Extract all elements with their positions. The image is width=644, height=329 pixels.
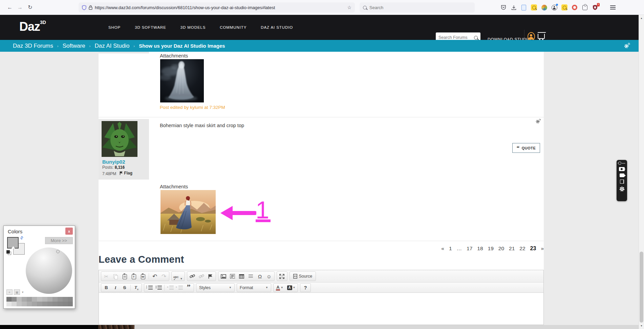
- special-character-button[interactable]: Ω: [256, 272, 264, 280]
- palette-swatch[interactable]: [42, 297, 47, 302]
- ublock-shield-extension-icon[interactable]: 7: [592, 4, 598, 10]
- palette-swatch[interactable]: [22, 302, 27, 306]
- bold-button[interactable]: B: [102, 284, 111, 292]
- camera-icon[interactable]: [619, 167, 625, 171]
- page-next[interactable]: »: [541, 245, 544, 252]
- increase-indent-button[interactable]: [175, 284, 184, 292]
- anchor-button[interactable]: [206, 272, 215, 280]
- forum-search-input[interactable]: [438, 35, 474, 40]
- search-highlight-extension-icon[interactable]: [531, 4, 537, 10]
- palette-swatch[interactable]: [27, 297, 32, 302]
- scroll-up-arrow[interactable]: ▲: [639, 16, 644, 21]
- breadcrumb-software[interactable]: Software: [63, 43, 85, 49]
- unlink-button[interactable]: [197, 272, 206, 280]
- nav-shop[interactable]: SHOP: [108, 25, 121, 29]
- palette-swatch[interactable]: [52, 297, 58, 302]
- styles-dropdown[interactable]: Styles▼: [197, 284, 234, 292]
- palette-swatch[interactable]: [6, 297, 12, 302]
- maximize-button[interactable]: [278, 272, 286, 280]
- account-extension-icon[interactable]: [551, 4, 557, 10]
- adblock-ring-extension-icon[interactable]: [572, 4, 578, 10]
- paste-button[interactable]: [120, 272, 129, 280]
- bookmark-star-icon[interactable]: ☆: [347, 5, 351, 10]
- page-20[interactable]: 20: [498, 245, 504, 252]
- nav-3d-models[interactable]: 3D MODELS: [180, 25, 206, 29]
- paste-from-word-button[interactable]: W: [138, 272, 147, 280]
- palette-swatch[interactable]: [27, 302, 32, 306]
- source-button[interactable]: Source: [291, 272, 315, 280]
- attachment-thumbnail-field[interactable]: [160, 190, 216, 234]
- italic-button[interactable]: I: [111, 284, 120, 292]
- quote-button[interactable]: “QUOTE: [512, 143, 540, 153]
- numbered-list-button[interactable]: [145, 284, 154, 292]
- emoticon-button[interactable]: ☺: [265, 272, 274, 280]
- palette-swatch[interactable]: [22, 297, 27, 302]
- redo-button[interactable]: ↷: [159, 272, 168, 280]
- background-color-button[interactable]: A▼: [285, 284, 297, 292]
- more-button[interactable]: More >>: [45, 237, 73, 244]
- swap-colors-icon[interactable]: ⇄: [19, 235, 25, 240]
- author-username[interactable]: Bunyip02: [102, 159, 125, 165]
- palette-swatch[interactable]: [47, 297, 52, 302]
- pocket-icon[interactable]: [500, 4, 507, 10]
- copy-pages-icon[interactable]: [620, 180, 624, 184]
- decrease-indent-button[interactable]: [166, 284, 175, 292]
- undo-button[interactable]: ↶: [150, 272, 159, 280]
- palette-swatch[interactable]: [58, 297, 63, 302]
- daz-logo[interactable]: Daz3D: [19, 20, 46, 34]
- avatar[interactable]: [102, 121, 137, 157]
- palette-swatch[interactable]: [68, 302, 73, 306]
- image-button[interactable]: [219, 272, 228, 280]
- palette-swatch[interactable]: [6, 302, 12, 306]
- palette-swatch[interactable]: [12, 297, 17, 302]
- palette-swatch[interactable]: [47, 302, 52, 306]
- swatch-mode-button[interactable]: ▣: [14, 289, 20, 295]
- link-button[interactable]: [188, 272, 197, 280]
- forum-search-icon[interactable]: [474, 36, 478, 40]
- palette-swatch[interactable]: [63, 297, 68, 302]
- url-bar[interactable]: https://www.daz3d.com/forums/discussion/…: [79, 2, 355, 13]
- nav-community[interactable]: COMMUNITY: [220, 25, 246, 29]
- attachment-thumbnail-ghost[interactable]: [160, 59, 204, 102]
- browser-search-bar[interactable]: [360, 2, 475, 13]
- comment-editor-body[interactable]: [99, 293, 543, 325]
- remove-format-button[interactable]: Tx: [132, 284, 141, 292]
- palette-swatch[interactable]: [63, 302, 68, 306]
- page-23-current[interactable]: 23: [530, 245, 536, 252]
- back-icon[interactable]: ←: [5, 4, 15, 10]
- cut-button[interactable]: ✂: [102, 272, 111, 280]
- page-1[interactable]: 1: [449, 245, 452, 252]
- blockquote-button[interactable]: ”: [184, 284, 193, 292]
- chevron-down-icon[interactable]: ▼: [21, 291, 24, 294]
- settings-gear-icon[interactable]: [619, 186, 625, 192]
- forward-icon[interactable]: →: [15, 4, 25, 10]
- palette-swatch[interactable]: [17, 302, 22, 306]
- page-19[interactable]: 19: [488, 245, 494, 252]
- primary-color-swatch[interactable]: [7, 237, 19, 249]
- scrollbar-thumb[interactable]: [640, 252, 643, 323]
- code-snippet-button[interactable]: [228, 272, 237, 280]
- palette-swatch[interactable]: [37, 302, 42, 306]
- table-button[interactable]: [237, 272, 246, 280]
- page-18[interactable]: 18: [477, 245, 483, 252]
- text-color-button[interactable]: A▼: [274, 284, 285, 292]
- cart-icon[interactable]: [538, 34, 545, 39]
- nav-daz-ai-studio[interactable]: DAZ AI STUDIO: [261, 25, 293, 29]
- page-22[interactable]: 22: [519, 245, 525, 252]
- more-dots-icon[interactable]: •••: [622, 163, 625, 164]
- browser-search-input[interactable]: [369, 5, 471, 10]
- menu-icon[interactable]: [610, 5, 616, 9]
- format-dropdown[interactable]: Format▼: [238, 284, 270, 292]
- notes-extension-icon[interactable]: [521, 4, 527, 10]
- nav-3d-software[interactable]: 3D SOFTWARE: [135, 25, 166, 29]
- extension-puzzle-icon[interactable]: [582, 4, 588, 10]
- color-wheel-selector[interactable]: [56, 250, 60, 253]
- bulleted-list-button[interactable]: [154, 284, 163, 292]
- color-wheel[interactable]: [26, 248, 72, 294]
- palette-swatch[interactable]: [12, 302, 17, 306]
- palette-swatch[interactable]: [32, 297, 37, 302]
- downloads-icon[interactable]: [511, 4, 517, 10]
- strikethrough-button[interactable]: S: [120, 284, 129, 292]
- scroll-down-arrow[interactable]: ▼: [639, 323, 644, 328]
- paste-plain-text-button[interactable]: T: [129, 272, 138, 280]
